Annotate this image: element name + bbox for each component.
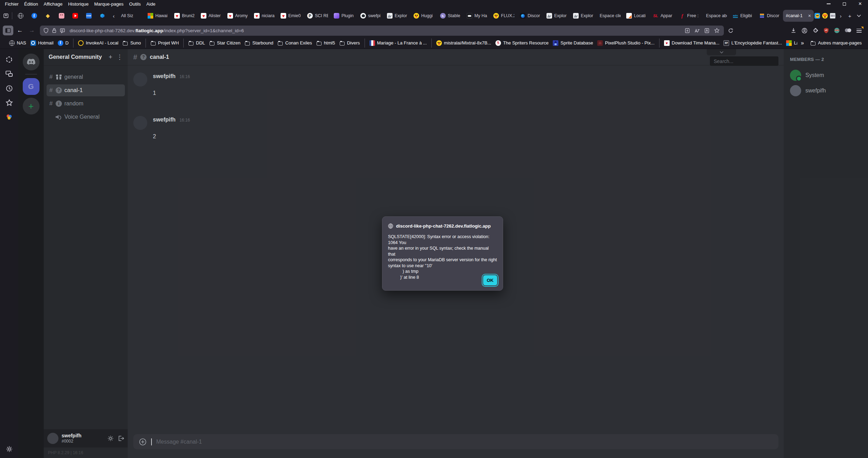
pinned-tab[interactable]: [14, 10, 27, 22]
scroll-tabs-right-button[interactable]: ›: [836, 11, 845, 21]
browser-tab[interactable]: Emie0 ×: [278, 10, 304, 22]
browser-tab[interactable]: Explor ×: [384, 10, 411, 22]
browser-tab[interactable]: Explor ×: [570, 10, 597, 22]
browser-tab[interactable]: Aromy ×: [225, 10, 251, 22]
channel-item[interactable]: # general: [47, 71, 125, 83]
browser-tab[interactable]: Espace abo ×: [703, 10, 730, 22]
bookmark-item[interactable]: La connexion Wifi et E...: [784, 39, 797, 48]
back-button[interactable]: ←: [15, 26, 25, 35]
ai-chatbot-icon[interactable]: [5, 55, 13, 64]
search-box[interactable]: [710, 56, 778, 66]
translate-page-icon[interactable]: [704, 28, 710, 33]
bookmark-star-icon[interactable]: [714, 28, 720, 33]
add-server-button[interactable]: +: [23, 98, 40, 114]
browser-tab[interactable]: Discor ×: [517, 10, 544, 22]
save-page-icon[interactable]: [685, 28, 690, 33]
message-group[interactable]: swefpifh 16:16 2: [133, 116, 778, 140]
logout-icon[interactable]: [118, 436, 124, 441]
menu-item[interactable]: Fichier: [2, 1, 21, 7]
channel-item[interactable]: Voice General: [47, 111, 125, 123]
extension-avatar-icon[interactable]: [834, 28, 840, 33]
browser-tab[interactable]: All Siz ×: [118, 10, 145, 22]
add-channel-icon[interactable]: +: [108, 54, 112, 61]
bookmark-item[interactable]: Suno: [120, 39, 143, 48]
browser-tab[interactable]: Alister ×: [198, 10, 225, 22]
menu-item[interactable]: Marque-pages: [91, 1, 126, 7]
permissions-icon[interactable]: [60, 28, 65, 33]
pinned-tab[interactable]: [68, 10, 82, 22]
extensions-puzzle-icon[interactable]: [813, 28, 818, 33]
browser-tab[interactable]: FLUX.2 ×: [491, 10, 517, 22]
browser-tab[interactable]: Bruni2 ×: [171, 10, 198, 22]
collapse-chevron-button[interactable]: [707, 49, 736, 55]
pinned-tab[interactable]: [96, 10, 109, 22]
user-avatar[interactable]: [47, 433, 58, 444]
server-header[interactable]: General Community + ⋮: [44, 49, 128, 65]
pinned-tab[interactable]: [27, 10, 41, 22]
message-author[interactable]: swefpifh: [153, 117, 176, 123]
bookmark-item[interactable]: Starbound: [242, 39, 275, 48]
maximize-button[interactable]: [837, 0, 852, 8]
bookmark-item[interactable]: L'Encyclopédie Fantast...: [721, 39, 784, 48]
search-input[interactable]: [713, 58, 775, 64]
bookmark-item[interactable]: Hotmail: [28, 39, 56, 48]
browser-tab[interactable]: Free : ×: [677, 10, 703, 22]
history-clock-icon[interactable]: [5, 84, 13, 92]
browser-tab[interactable]: Discor ×: [756, 10, 783, 22]
browser-tab[interactable]: Plugin ×: [331, 10, 358, 22]
member-row[interactable]: System: [789, 68, 863, 83]
translate-icon[interactable]: [694, 28, 700, 33]
ublock-origin-icon[interactable]: uO: [824, 28, 829, 33]
forward-button[interactable]: →: [27, 26, 37, 35]
browser-tab[interactable]: Appar ×: [650, 10, 677, 22]
browser-tab[interactable]: SCI RE ×: [304, 10, 331, 22]
sidebar-toggle-button[interactable]: [3, 26, 13, 35]
browser-tab[interactable]: #canal-1 ×: [783, 10, 814, 22]
message-avatar[interactable]: [133, 72, 147, 86]
pinned-tab[interactable]: [41, 10, 55, 22]
browser-tab-small[interactable]: [821, 11, 828, 21]
message-input[interactable]: Message #canal-1: [133, 434, 778, 449]
color-wheel-icon[interactable]: [5, 113, 13, 121]
browser-tab[interactable]: My Ha ×: [464, 10, 491, 22]
bookmark-item[interactable]: DDL: [183, 39, 207, 48]
message-avatar[interactable]: [133, 116, 147, 130]
menu-item[interactable]: Historique: [65, 1, 92, 7]
url-text[interactable]: discord-like-php-chat-7262.dev.flatlogic…: [70, 28, 682, 33]
new-tab-button[interactable]: +: [845, 11, 854, 21]
bookmark-item[interactable]: Divers: [337, 39, 362, 48]
pinned-tab[interactable]: [55, 10, 68, 22]
browser-tab[interactable]: Hawai ×: [145, 10, 171, 22]
browser-tab[interactable]: Huggi ×: [411, 10, 437, 22]
user-settings-gear-icon[interactable]: [107, 435, 114, 442]
list-tabs-button[interactable]: [854, 11, 863, 21]
container-tabs-icon[interactable]: [845, 28, 851, 33]
browser-tab[interactable]: Espace clie ×: [597, 10, 623, 22]
scroll-tabs-left-button[interactable]: ‹: [109, 11, 118, 21]
bookmark-item[interactable]: Conan Exiles: [275, 39, 314, 48]
menu-item[interactable]: Affichage: [41, 1, 65, 7]
bookmark-item[interactable]: Sprite Database: [551, 39, 595, 48]
discord-home-button[interactable]: [23, 54, 40, 70]
bookmark-item[interactable]: D: [56, 39, 71, 48]
message-group[interactable]: swefpifh 16:16 1: [133, 72, 778, 96]
shield-icon[interactable]: [43, 28, 49, 33]
attach-plus-icon[interactable]: [139, 438, 147, 446]
pinned-tab[interactable]: [82, 10, 96, 22]
bookmark-item[interactable]: Projet WH: [146, 39, 181, 48]
minimize-button[interactable]: [821, 0, 837, 8]
sidebar-settings-gear-icon[interactable]: [5, 445, 13, 453]
member-row[interactable]: swefpifh: [789, 83, 863, 98]
menu-item[interactable]: Aide: [143, 1, 158, 7]
browser-tab[interactable]: swefpi ×: [358, 10, 384, 22]
bookmark-item[interactable]: The Spriters Resource: [493, 39, 551, 48]
close-button[interactable]: ×: [852, 0, 868, 8]
browser-tab[interactable]: Explor ×: [544, 10, 570, 22]
menu-item[interactable]: Édition: [21, 1, 41, 7]
browser-tab[interactable]: Eligibi ×: [730, 10, 756, 22]
channel-item[interactable]: # random: [47, 98, 125, 110]
other-bookmarks-button[interactable]: Autres marque-pages: [807, 40, 865, 46]
bookmark-item[interactable]: Star Citizen: [207, 39, 242, 48]
browser-tab[interactable]: Locati ×: [623, 10, 650, 22]
reload-button[interactable]: [725, 26, 736, 35]
